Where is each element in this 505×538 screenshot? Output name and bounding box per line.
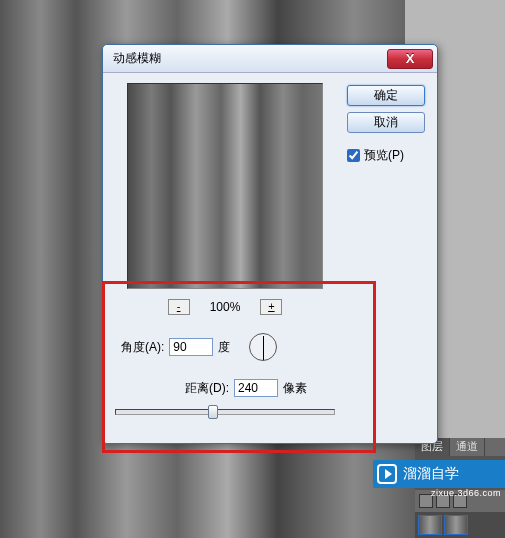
ok-button[interactable]: 确定 — [347, 85, 425, 106]
cancel-button[interactable]: 取消 — [347, 112, 425, 133]
motion-blur-dialog: 动感模糊 X - 100% + 角度(A): 度 距离(D): 像素 — [102, 44, 438, 444]
angle-unit: 度 — [218, 339, 230, 356]
titlebar[interactable]: 动感模糊 X — [103, 45, 437, 73]
angle-input[interactable] — [169, 338, 213, 356]
zoom-in-button[interactable]: + — [260, 299, 282, 315]
distance-input[interactable] — [234, 379, 278, 397]
tab-channels[interactable]: 通道 — [450, 438, 485, 456]
angle-label: 角度(A): — [121, 339, 164, 356]
zoom-out-button[interactable]: - — [168, 299, 190, 315]
preview-checkbox-label: 预览(P) — [364, 147, 404, 164]
watermark-url: zixue.3d66.com — [431, 488, 501, 498]
close-button[interactable]: X — [387, 49, 433, 69]
distance-unit: 像素 — [283, 380, 307, 397]
preview-checkbox[interactable] — [347, 149, 360, 162]
zoom-level: 100% — [210, 300, 241, 314]
slider-thumb[interactable] — [208, 405, 218, 419]
distance-slider[interactable] — [115, 409, 335, 415]
preview-checkbox-row[interactable]: 预览(P) — [347, 147, 425, 164]
preview-thumbnail[interactable] — [127, 83, 323, 289]
layer-thumbnail[interactable] — [444, 515, 468, 535]
play-icon — [377, 464, 397, 484]
angle-wheel[interactable] — [249, 333, 277, 361]
close-icon: X — [406, 51, 415, 66]
watermark: 溜溜自学 — [373, 460, 505, 488]
layer-thumbnail[interactable] — [418, 515, 442, 535]
dialog-title: 动感模糊 — [113, 50, 387, 67]
watermark-brand: 溜溜自学 — [403, 465, 459, 483]
distance-label: 距离(D): — [185, 380, 229, 397]
